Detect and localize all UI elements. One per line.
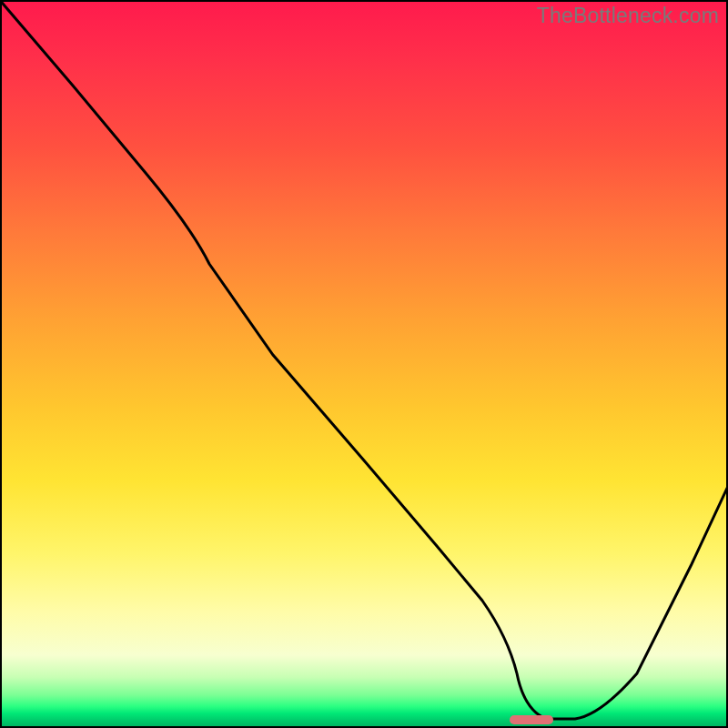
curve-path (0, 0, 728, 719)
chart-canvas: TheBottleneck.com (0, 0, 728, 728)
highlight-marker (510, 715, 553, 724)
curve-line (0, 0, 728, 728)
watermark-text: TheBottleneck.com (537, 4, 719, 28)
